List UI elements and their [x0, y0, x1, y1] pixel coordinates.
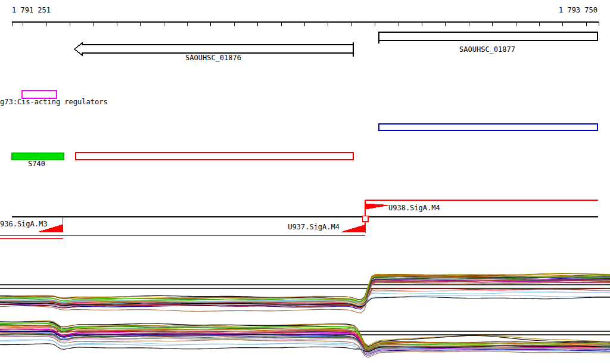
transcript-wedge-1 [341, 225, 365, 233]
ruler-start-label: 1 791 251 [12, 7, 51, 14]
tss-label-u938: U938.SigA.M4 [388, 204, 440, 212]
gene-label-saouhsc-01876: SAOUHSC_01876 [185, 54, 241, 62]
genome-browser: 1 791 251 1 793 750 SAOUHSC_01876 SAOUHS… [0, 0, 610, 364]
gene-track [74, 32, 597, 57]
green-segment[interactable] [12, 153, 64, 160]
junction-marker-square[interactable] [363, 216, 369, 222]
blue-feature-box[interactable] [379, 124, 597, 130]
coordinate-ruler [12, 22, 599, 26]
red-outline-box[interactable] [76, 153, 353, 160]
gene-label-saouhsc-01877: SAOUHSC_01877 [459, 46, 515, 54]
tss-label-u937: U937.SigA.M4 [288, 223, 340, 231]
cis-regulator-label: g73:Cis-acting regulators [0, 98, 108, 106]
gene-box-saouhsc-01877[interactable] [379, 32, 597, 41]
transcript-wedge-2 [366, 204, 388, 209]
tss-label-u936: 936.SigA.M3 [0, 220, 47, 228]
genome-browser-canvas [0, 0, 610, 364]
tss-signal-track [0, 200, 598, 239]
s740-segment-label: S740 [28, 160, 45, 168]
ruler-end-label: 1 793 750 [559, 7, 597, 14]
expression-line-tracks [0, 273, 610, 358]
